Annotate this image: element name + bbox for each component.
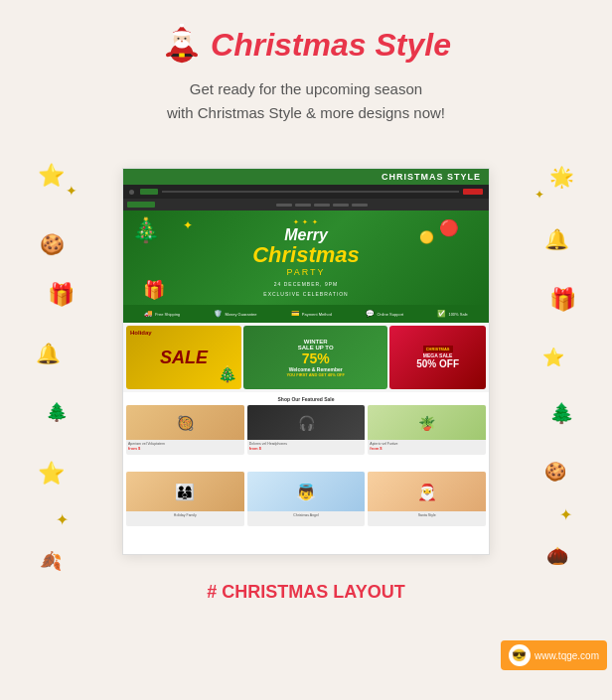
bottom-card-1: 👨‍👩‍👦 Holiday Family <box>126 472 244 526</box>
nav-category <box>127 202 155 208</box>
hero-ball-red: 🔴 <box>439 218 459 237</box>
preview-wrapper: ⭐ ✦ 🍪 🎁 🔔 🌲 ⭐ ✦ 🍂 🌟 ✦ 🔔 🎁 ⭐ 🌲 🍪 ✦ 🌰 CHRI… <box>18 153 594 570</box>
hero-tree: 🎄 <box>131 216 161 244</box>
preview-nav <box>123 185 489 199</box>
hero-date: 24 DECEMBER, 9PM <box>252 281 360 287</box>
svg-point-5 <box>173 31 191 36</box>
bottom-img-1: 👨‍👩‍👦 <box>126 472 244 511</box>
product-info-2: Dolores vel Headphones from $ <box>247 440 366 453</box>
watermark-logo: 😎 <box>509 644 531 666</box>
product-info-1: Aperiam vel Voluptatem from $ <box>126 440 244 453</box>
sale-card-red: CHRISTMAS MEGA SALE 50% OFF <box>389 326 486 389</box>
footer-section: # CHRISTMAS LAYOUT 😎 www.tqge.com <box>207 578 404 607</box>
feature-shipping: 🚚Free Shipping <box>144 310 180 318</box>
deco-spark-r1: ✦ <box>535 188 544 202</box>
nav-logo <box>129 190 134 195</box>
hero-text-area: ✦ ✦ ✦ Merry Christmas PARTY 24 DECEMBER,… <box>252 218 360 298</box>
sale-card-green: WINTER SALE UP TO 75% Welcome & Remember… <box>243 326 387 389</box>
feature-guarantee: 🛡️Money Guarantee <box>214 310 256 318</box>
nav-links <box>162 191 459 193</box>
svg-point-8 <box>178 38 180 40</box>
preview-products: Shop Our Featured Sale 🥘 Aperiam vel Vol… <box>123 392 489 472</box>
percent-text: 75% <box>302 350 330 366</box>
deco-pine-1: 🌲 <box>46 401 68 423</box>
hero-pretext: ✦ ✦ ✦ <box>252 218 360 226</box>
preview-secondary-nav <box>123 199 489 210</box>
deco-bell-r1: 🔔 <box>544 227 569 251</box>
product-img-2: 🎧 <box>247 405 366 440</box>
christmas-sale-badge: CHRISTMAS <box>423 346 453 352</box>
hero-merry: Merry <box>252 226 360 244</box>
shop-title: Shop Our Featured Sale <box>126 396 486 402</box>
deco-spark-1: ✦ <box>56 510 69 529</box>
preview-hero: 🎄 ✦ ✦ ✦ ✦ Merry Christmas PARTY 24 DECEM… <box>123 210 489 305</box>
deco-cookie-1: 🍪 <box>40 232 65 256</box>
hero-star: ✦ <box>183 218 193 232</box>
bottom-img-3: 🎅 <box>368 472 486 511</box>
nav-brand <box>140 189 158 195</box>
product-img-3: 🪴 <box>368 405 486 440</box>
svg-rect-7 <box>179 53 185 57</box>
page-title: Christmas Style <box>211 27 451 64</box>
deco-acorn-1: 🍂 <box>40 550 62 572</box>
bottom-card-2: 👼 Christmas Angel <box>247 472 366 526</box>
feature-support: 💬Online Support <box>366 310 403 318</box>
deco-cookie-r1: 🍪 <box>544 461 566 483</box>
svg-point-4 <box>180 24 184 28</box>
off-text: 50% OFF <box>416 358 459 369</box>
product-row: 🥘 Aperiam vel Voluptatem from $ 🎧 Dolore… <box>126 405 486 455</box>
preview-top-bar: CHRISTMAS STYLE <box>123 169 489 185</box>
feature-sale: ✅100% Sale <box>437 310 467 318</box>
deco-gift-1: 🎁 <box>48 282 75 308</box>
hashtag-text: # CHRISTMAS LAYOUT <box>207 582 404 603</box>
hero-party: PARTY <box>252 267 360 277</box>
deco-pine-r1: 🌲 <box>549 401 574 425</box>
deco-star-1: ⭐ <box>38 163 65 189</box>
deco-star-r2: ⭐ <box>542 347 564 368</box>
product-card-1: 🥘 Aperiam vel Voluptatem from $ <box>126 405 244 455</box>
preview-features: 🚚Free Shipping 🛡️Money Guarantee 💳Paymen… <box>123 305 489 323</box>
svg-point-11 <box>181 40 183 42</box>
deco-spark-r2: ✦ <box>559 505 572 524</box>
subtitle-text: Get ready for the upcoming season with C… <box>167 77 445 125</box>
watermark-url: www.tqge.com <box>535 650 599 661</box>
sale-label: SALE <box>160 348 208 368</box>
feature-payment: 💳Payment Method <box>291 310 332 318</box>
product-info-3: Apterio vel Furtive from $ <box>368 440 486 453</box>
santa-icon <box>161 24 203 66</box>
deco-acorn-r1: 🌰 <box>546 545 568 567</box>
nav-button <box>463 189 483 195</box>
watermark: 😎 www.tqge.com <box>501 640 607 670</box>
product-card-3: 🪴 Apterio vel Furtive from $ <box>368 405 486 455</box>
deco-gift-r1: 🎁 <box>549 287 576 313</box>
header-section: Christmas Style Get ready for the upcomi… <box>161 0 451 153</box>
deco-star-r1: 🌟 <box>549 165 574 189</box>
product-card-2: 🎧 Dolores vel Headphones from $ <box>247 405 366 455</box>
hero-christmas: Christmas <box>252 243 360 267</box>
you-first-text: YOU FIRST AND GET 40% OFF <box>286 372 345 377</box>
bottom-row: 👨‍👩‍👦 Holiday Family 👼 Christmas Angel 🎅… <box>123 472 489 536</box>
deco-star-3: ⭐ <box>38 461 65 487</box>
hero-gift: 🎁 <box>143 279 165 301</box>
svg-point-9 <box>185 38 187 40</box>
bottom-img-2: 👼 <box>247 472 366 511</box>
product-img-1: 🥘 <box>126 405 244 440</box>
deco-bell-1: 🔔 <box>36 342 61 365</box>
sale-card-yellow: Holiday SALE 🎄 <box>126 326 241 389</box>
website-preview: CHRISTMAS STYLE 🎄 ✦ ✦ ✦ ✦ <box>122 168 490 555</box>
hero-subdate: EXCLUSIVE CELEBRATION <box>252 291 360 297</box>
bottom-card-3: 🎅 Santa Style <box>368 472 486 526</box>
nav-links-row <box>158 204 485 207</box>
deco-star-2: ✦ <box>66 183 77 199</box>
logo-row: Christmas Style <box>161 24 451 66</box>
hero-ball-gold: 🟡 <box>419 230 434 244</box>
preview-sale-section: Holiday SALE 🎄 WINTER SALE UP TO 75% Wel… <box>123 323 489 392</box>
